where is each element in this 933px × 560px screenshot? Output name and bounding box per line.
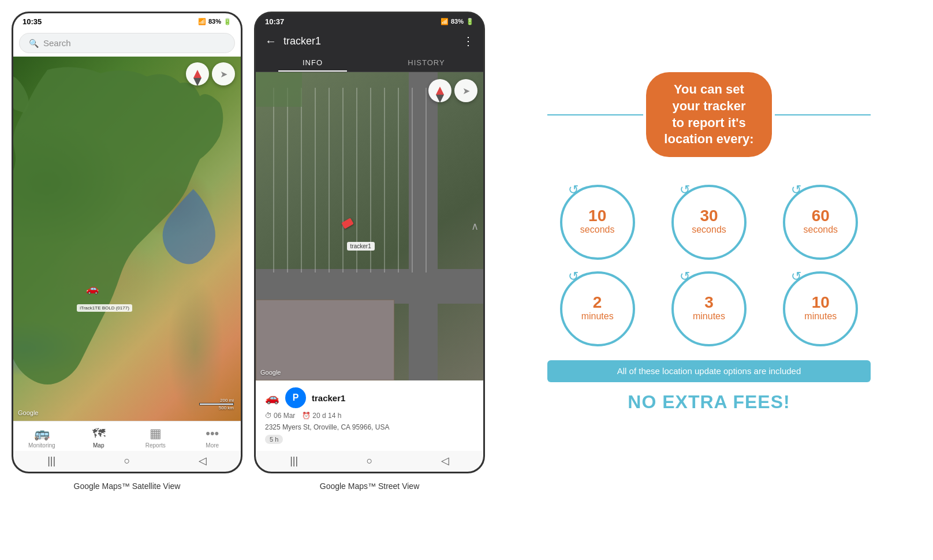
tracker-title: tracker1 bbox=[283, 35, 456, 47]
tracker-label: iTrack1TE BOLD (0177) bbox=[77, 304, 132, 312]
phone2: 10:37 📶 83% 🔋 ← tracker1 ⋮ INFO HISTORY bbox=[254, 12, 485, 473]
info-address: 2325 Myers St, Oroville, CA 95966, USA bbox=[265, 423, 474, 431]
info-date: ⏱ 06 Mar bbox=[265, 412, 295, 420]
headline-line1: You can set your tracker to report it's … bbox=[662, 81, 755, 147]
phone2-status-icons: 📶 83% 🔋 bbox=[441, 18, 474, 25]
compass-button[interactable] bbox=[186, 62, 209, 85]
compass2-arrow-icon bbox=[436, 87, 444, 95]
nav-map[interactable]: 🗺 Map bbox=[70, 426, 128, 449]
gesture2-recents-icon[interactable]: ◁ bbox=[441, 454, 449, 467]
search-bar-row: 🔍 Search bbox=[13, 29, 241, 57]
direction2-button[interactable]: ➤ bbox=[454, 79, 477, 102]
road-horizontal bbox=[256, 269, 483, 304]
info-tracker-name: tracker1 bbox=[312, 393, 345, 403]
green-area bbox=[256, 72, 302, 107]
avatar-letter: P bbox=[293, 393, 299, 403]
circle-3-unit: minutes bbox=[693, 311, 725, 323]
tracker1-map-label: tracker1 bbox=[347, 242, 375, 251]
map-label: Map bbox=[93, 442, 104, 449]
more-menu-button[interactable]: ⋮ bbox=[462, 34, 474, 48]
bottom-nav: 🚌 Monitoring 🗺 Map ▦ Reports ••• More bbox=[13, 421, 241, 451]
phone1-caption: Google Maps™ Satellite View bbox=[74, 481, 181, 491]
info-meta: ⏱ 06 Mar ⏰ 20 d 14 h bbox=[265, 412, 474, 420]
parking-lot: tracker1 bbox=[256, 72, 483, 380]
circles-grid: 10 seconds 30 seconds 60 seconds 2 minut… bbox=[547, 185, 871, 346]
time-badge: 5 h bbox=[265, 435, 283, 444]
battery-text: 83% bbox=[208, 18, 221, 25]
circle-30sec: 30 seconds bbox=[671, 185, 747, 260]
google-logo-2: Google bbox=[260, 369, 281, 376]
parking-lines bbox=[260, 88, 427, 272]
battery-icon: 🔋 bbox=[223, 18, 232, 25]
phone2-battery: 83% bbox=[451, 18, 464, 25]
nav-reports[interactable]: ▦ Reports bbox=[127, 426, 184, 449]
direction-icon: ➤ bbox=[220, 69, 227, 80]
gesture-home-icon[interactable]: ○ bbox=[124, 455, 130, 467]
monitoring-label: Monitoring bbox=[28, 442, 55, 449]
direction-button[interactable]: ➤ bbox=[212, 62, 235, 85]
gesture-bar-2: ||| ○ ◁ bbox=[256, 451, 483, 472]
search-bar[interactable]: 🔍 Search bbox=[19, 33, 235, 53]
scale-bottom: 500 km bbox=[219, 405, 234, 410]
gesture-back-icon[interactable]: ||| bbox=[47, 455, 55, 467]
gesture2-back-icon[interactable]: ||| bbox=[290, 455, 298, 467]
tab-info[interactable]: INFO bbox=[256, 53, 370, 72]
headline-banner: You can set your tracker to report it's … bbox=[646, 72, 771, 156]
circle-10m-number: 10 bbox=[812, 294, 830, 311]
monitoring-icon: 🚌 bbox=[34, 426, 50, 441]
scale-bar: 200 mi 500 km bbox=[199, 398, 234, 410]
gesture-recents-icon[interactable]: ◁ bbox=[199, 454, 207, 467]
search-placeholder: Search bbox=[43, 38, 71, 48]
clock-icon: ⏱ bbox=[265, 412, 272, 420]
satellite-map[interactable]: ➤ 🚗 iTrack1TE BOLD (0177) Google 200 mi … bbox=[13, 57, 241, 421]
info-duration: ⏰ 20 d 14 h bbox=[302, 412, 341, 420]
phone1-status-icons: 📶 83% 🔋 bbox=[198, 18, 232, 25]
included-banner: All of these location update options are… bbox=[547, 360, 871, 382]
circle-10-number: 10 bbox=[588, 208, 606, 224]
aerial-map[interactable]: tracker1 ➤ Google ∧ bbox=[256, 72, 483, 380]
nav-monitoring[interactable]: 🚌 Monitoring bbox=[13, 426, 70, 449]
tracker-avatar: P bbox=[285, 387, 306, 408]
continent-svg bbox=[13, 57, 241, 421]
tracker-marker: 🚗 bbox=[86, 282, 99, 295]
circle-2-number: 2 bbox=[593, 294, 602, 311]
tab-history[interactable]: HISTORY bbox=[370, 53, 483, 72]
tab-history-label: HISTORY bbox=[408, 58, 445, 67]
car-avatar-icon: 🚗 bbox=[265, 391, 279, 405]
search-icon: 🔍 bbox=[29, 39, 39, 48]
phone1-time: 10:35 bbox=[23, 17, 42, 26]
phone2-caption: Google Maps™ Street View bbox=[320, 481, 420, 491]
building bbox=[256, 300, 394, 380]
phone2-time: 10:37 bbox=[265, 17, 284, 26]
circle-60-unit: seconds bbox=[804, 224, 838, 236]
phone1-status-bar: 10:35 📶 83% 🔋 bbox=[13, 13, 241, 29]
more-icon: ••• bbox=[206, 426, 219, 441]
phone2-battery-icon: 🔋 bbox=[466, 18, 474, 25]
circle-2-unit: minutes bbox=[581, 311, 614, 323]
gesture2-home-icon[interactable]: ○ bbox=[367, 455, 373, 467]
circle-3min: 3 minutes bbox=[671, 271, 747, 346]
nav-more[interactable]: ••• More bbox=[184, 426, 241, 449]
circle-10sec: 10 seconds bbox=[560, 185, 635, 260]
direction2-icon: ➤ bbox=[462, 85, 470, 96]
circle-2min: 2 minutes bbox=[560, 271, 635, 346]
phone2-signal-icon: 📶 bbox=[441, 18, 449, 25]
info-panel: 🚗 P tracker1 ⏱ 06 Mar ⏰ 20 d 14 h 2325 M… bbox=[256, 380, 483, 451]
compass2-button[interactable] bbox=[428, 79, 451, 102]
info-card: You can set your tracker to report it's … bbox=[547, 72, 871, 412]
scale-top: 200 mi bbox=[220, 398, 234, 403]
circle-60sec: 60 seconds bbox=[783, 185, 858, 260]
back-button[interactable]: ← bbox=[265, 35, 277, 48]
circle-30-number: 30 bbox=[700, 208, 718, 224]
compass-arrow-icon bbox=[193, 70, 201, 78]
map-icon: 🗺 bbox=[92, 426, 105, 441]
circle-10-unit: seconds bbox=[580, 224, 615, 236]
more-label: More bbox=[206, 442, 219, 449]
info-header: 🚗 P tracker1 bbox=[265, 387, 474, 408]
circle-3-number: 3 bbox=[704, 294, 714, 311]
reports-icon: ▦ bbox=[150, 426, 162, 441]
phone2-wrapper: 10:37 📶 83% 🔋 ← tracker1 ⋮ INFO HISTORY bbox=[254, 12, 485, 491]
duration-icon: ⏰ bbox=[302, 412, 311, 420]
circle-30-unit: seconds bbox=[692, 224, 726, 236]
circle-10m-unit: minutes bbox=[804, 311, 837, 323]
